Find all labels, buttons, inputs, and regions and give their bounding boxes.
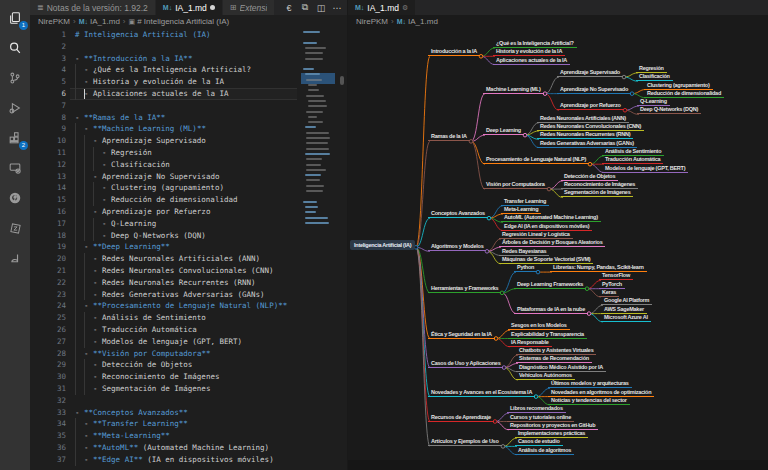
map-node[interactable]: Recursos de Aprendizaje xyxy=(428,414,494,422)
map-node[interactable]: Casos de Uso y Aplicaciones xyxy=(428,360,503,368)
run-debug-icon[interactable] xyxy=(0,93,30,123)
map-node[interactable]: Algoritmos y Modelos xyxy=(428,243,486,251)
map-node[interactable]: Modelos de lenguaje (GPT, BERT) xyxy=(602,165,688,173)
map-node[interactable]: Procesamiento de Lenguaje Natural (NLP) xyxy=(483,156,589,164)
map-node[interactable]: Regresión xyxy=(636,65,667,73)
map-node[interactable]: Microsoft Azure AI xyxy=(601,314,651,322)
map-node[interactable]: Clasificación xyxy=(636,73,673,81)
map-node[interactable]: Q-Learning xyxy=(637,98,670,106)
breadcrumb-file[interactable]: M↓IA_1.md xyxy=(397,17,438,26)
map-node[interactable]: Sesgos en los Modelos xyxy=(508,322,570,330)
map-node[interactable]: Aplicaciones actuales de la IA xyxy=(493,57,570,65)
map-node[interactable]: PyTorch xyxy=(599,281,625,289)
map-node[interactable]: ¿Qué es la Inteligencia Artificial? xyxy=(493,40,577,48)
map-node[interactable]: Segmentación de Imágenes xyxy=(561,189,633,197)
map-node[interactable]: Aprendizaje No Supervisado xyxy=(557,86,631,94)
map-node[interactable]: TensorFlow xyxy=(599,272,633,280)
map-node[interactable]: Aprendizaje Supervisado xyxy=(557,69,623,77)
map-node[interactable]: Sistemas de Recomendación xyxy=(516,355,592,363)
tab-ia1-md[interactable]: M↓ IA_1.md xyxy=(156,0,223,15)
map-node[interactable]: Noticias y tendencias del sector xyxy=(548,397,630,405)
breadcrumb-folder[interactable]: NirePKM xyxy=(356,17,388,26)
github-icon[interactable] xyxy=(0,183,30,213)
map-node[interactable]: Transfer Learning xyxy=(501,198,549,206)
map-node[interactable]: Análisis de Sentimiento xyxy=(602,148,664,156)
code-editor[interactable]: 1# Inteligencia Artificial (IA)23- **Int… xyxy=(30,28,347,470)
map-node[interactable]: Plataformas de IA en la nube xyxy=(514,306,588,314)
gear-icon[interactable]: ⚙ xyxy=(402,4,408,12)
extensions-icon[interactable]: 2 xyxy=(0,123,30,153)
mindmap[interactable]: Inteligencia Artificial (IA)Introducción… xyxy=(348,28,768,470)
map-node[interactable]: Libros recomendados xyxy=(507,405,566,413)
extension-d-icon[interactable] xyxy=(0,243,30,273)
map-node[interactable]: IA Responsable xyxy=(508,339,552,347)
map-node[interactable]: Novedades en algoritmos de optimización xyxy=(548,389,654,397)
source-control-icon[interactable] xyxy=(0,63,30,93)
map-node[interactable]: Reducción de dimensionalidad xyxy=(644,90,724,98)
map-node[interactable]: Aprendizaje por Refuerzo xyxy=(557,102,624,110)
tab-extensions-page[interactable]: ⊞ Extensi xyxy=(223,0,276,15)
map-node[interactable]: Chatbots y Asistentes Virtuales xyxy=(516,347,596,355)
map-node[interactable]: Árboles de Decisión y Bosques Aleatorios xyxy=(499,239,605,247)
map-node[interactable]: Artículos y Ejemplos de Uso xyxy=(428,438,502,446)
map-node[interactable]: Google AI Platform xyxy=(601,297,652,305)
open-preview-icon[interactable]: ⧉ xyxy=(298,1,312,14)
map-node[interactable]: Últimos modelos y arquitecturas xyxy=(548,380,632,388)
scrollbar-decoration[interactable] xyxy=(340,76,344,85)
map-node[interactable]: Clustering (agrupamiento) xyxy=(644,82,713,90)
dirty-indicator[interactable] xyxy=(210,5,215,10)
search-icon[interactable] xyxy=(0,33,30,63)
map-node[interactable]: Reconocimiento de Imágenes xyxy=(561,181,638,189)
explorer-icon[interactable]: 1 xyxy=(0,3,30,33)
map-node[interactable]: Keras xyxy=(599,289,619,297)
markmap-icon[interactable]: € xyxy=(282,1,296,14)
map-node[interactable]: Redes Bayesianas xyxy=(499,248,549,256)
map-node[interactable]: Detección de Objetos xyxy=(561,173,618,181)
map-node[interactable]: Redes Generativas Adversarias (GANs) xyxy=(537,140,637,148)
map-node[interactable]: Redes Neuronales Recurrentes (RNN) xyxy=(537,131,633,139)
map-node[interactable]: Python xyxy=(514,264,537,272)
map-node[interactable]: Meta-Learning xyxy=(501,206,541,214)
map-node[interactable]: Ética y Seguridad en la IA xyxy=(428,331,495,339)
map-node[interactable]: Ramas de la IA xyxy=(428,133,470,141)
extension-z-icon[interactable] xyxy=(0,213,30,243)
map-node[interactable]: Historia y evolución de la IA xyxy=(493,48,565,56)
tab-markmap-preview[interactable]: M↓ IA_1.md ⚙ xyxy=(348,0,416,15)
map-node[interactable]: Conceptos Avanzados xyxy=(428,210,488,218)
map-node[interactable]: Vehículos Autónomos xyxy=(516,372,575,380)
more-actions-icon[interactable]: ⋯ xyxy=(330,1,344,14)
map-node[interactable]: Herramientas y Frameworks xyxy=(428,285,501,293)
map-node[interactable]: Implementaciones prácticas xyxy=(515,430,588,438)
breadcrumb-folder[interactable]: NirePKM xyxy=(38,17,70,26)
map-node[interactable]: Introducción a la IA xyxy=(428,48,480,56)
remote-explorer-icon[interactable] xyxy=(0,153,30,183)
split-editor-icon[interactable]: ◫ xyxy=(314,1,328,14)
map-node[interactable]: Diagnóstico Médico Asistido por IA xyxy=(516,364,606,372)
map-node[interactable]: Casos de estudio xyxy=(515,438,563,446)
map-node[interactable]: Visión por Computadora xyxy=(483,181,548,189)
map-node[interactable]: Edge AI (IA en dispositivos móviles) xyxy=(501,223,592,231)
map-node[interactable]: Máquinas de Soporte Vectorial (SVM) xyxy=(499,256,593,264)
map-root-node[interactable]: Inteligencia Artificial (IA) xyxy=(350,240,415,250)
line-number: 23 xyxy=(30,289,66,301)
map-node[interactable]: AWS SageMaker xyxy=(601,306,647,314)
map-node[interactable]: Explicabilidad y Transparencia xyxy=(508,331,587,339)
map-node[interactable]: AutoML (Automated Machine Learning) xyxy=(501,214,601,222)
map-node[interactable]: Redes Neuronales Artificiales (ANN) xyxy=(537,115,629,123)
tab-release-notes[interactable]: ≣ Notas de la versión: 1.92.2 xyxy=(30,0,156,15)
map-node[interactable]: Deep Learning xyxy=(483,127,524,135)
map-node[interactable]: Deep Q-Networks (DQN) xyxy=(637,106,701,114)
map-node[interactable]: Análisis de algoritmos xyxy=(515,447,574,455)
map-node[interactable]: Redes Neuronales Convolucionales (CNN) xyxy=(537,123,644,131)
minimap[interactable] xyxy=(301,28,335,470)
map-node[interactable]: Machine Learning (ML) xyxy=(483,86,544,94)
breadcrumb-file[interactable]: M↓IA_1.md xyxy=(79,17,120,26)
map-node[interactable]: Regresión Lineal y Logística xyxy=(499,231,573,239)
map-node[interactable]: Repositorios y proyectos en GitHub xyxy=(507,422,598,430)
map-node[interactable]: Traducción Automática xyxy=(602,156,663,164)
breadcrumb-symbol[interactable]: ▣# Inteligencia Artificial (IA) xyxy=(129,17,230,26)
map-node[interactable]: Novedades y Avances en el Ecosistema IA xyxy=(428,389,535,397)
map-node[interactable]: Deep Learning Frameworks xyxy=(514,281,586,289)
map-node[interactable]: Cursos y tutoriales online xyxy=(507,414,574,422)
map-node[interactable]: Librerías: Numpy, Pandas, Scikit-learn xyxy=(550,264,647,272)
